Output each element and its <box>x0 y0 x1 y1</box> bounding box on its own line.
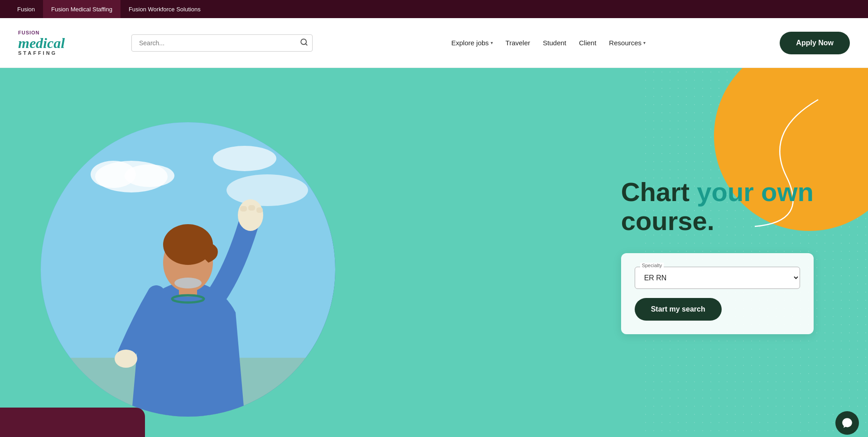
chat-button[interactable] <box>835 411 859 435</box>
top-bar-fusion-medical[interactable]: Fusion Medical Staffing <box>43 0 121 18</box>
nav-explore-jobs[interactable]: Explore jobs ▾ <box>446 35 498 50</box>
nav-student[interactable]: Student <box>537 35 572 50</box>
nav-traveler[interactable]: Traveler <box>500 35 535 50</box>
nav-student-label: Student <box>543 39 566 47</box>
specialty-wrapper: Specialty ER RN ICU RN OR RN L&D RN PICU… <box>635 267 800 289</box>
svg-point-7 <box>227 174 308 206</box>
svg-point-6 <box>213 146 276 171</box>
nurse-image-circle <box>41 122 335 417</box>
main-header: FUSION medical STAFFING Explore jobs ▾ T… <box>0 18 868 68</box>
apply-now-button[interactable]: Apply Now <box>780 32 850 54</box>
hero-title-dark2: course. <box>621 206 714 235</box>
nav-resources[interactable]: Resources ▾ <box>603 35 651 50</box>
nav-client-label: Client <box>579 39 596 47</box>
logo[interactable]: FUSION medical STAFFING <box>18 30 65 55</box>
nav-explore-jobs-label: Explore jobs <box>451 39 489 47</box>
bottom-maroon-strip <box>0 408 145 437</box>
hero-content: Chart your own course. Specialty ER RN I… <box>621 178 814 335</box>
svg-rect-16 <box>256 207 263 213</box>
logo-area[interactable]: FUSION medical STAFFING <box>18 30 118 55</box>
top-bar-fusion[interactable]: Fusion <box>9 0 43 18</box>
start-search-button[interactable]: Start my search <box>635 298 722 321</box>
svg-point-13 <box>238 199 263 231</box>
svg-rect-15 <box>248 205 255 211</box>
nav-client[interactable]: Client <box>574 35 602 50</box>
hero-title-highlight: your own <box>697 177 814 206</box>
main-navigation: Explore jobs ▾ Traveler Student Client R… <box>326 35 771 50</box>
nurse-illustration <box>41 122 335 417</box>
logo-medical-text: medical <box>18 36 65 50</box>
chevron-down-icon: ▾ <box>643 40 646 45</box>
search-card: Specialty ER RN ICU RN OR RN L&D RN PICU… <box>621 253 814 334</box>
nav-resources-label: Resources <box>609 39 641 47</box>
top-bar-fusion-workforce[interactable]: Fusion Workforce Solutions <box>121 0 209 18</box>
chevron-down-icon: ▾ <box>491 40 493 45</box>
nav-traveler-label: Traveler <box>506 39 530 47</box>
hero-title: Chart your own course. <box>621 178 814 235</box>
svg-point-17 <box>115 350 137 368</box>
search-icon[interactable] <box>300 38 308 48</box>
hero-section: Chart your own course. Specialty ER RN I… <box>0 68 868 437</box>
svg-line-1 <box>305 43 307 45</box>
logo-staffing-text: STAFFING <box>18 50 65 56</box>
svg-point-5 <box>125 164 174 187</box>
svg-rect-14 <box>240 206 247 211</box>
svg-point-18 <box>174 278 202 288</box>
search-input[interactable] <box>131 34 313 52</box>
top-navigation-bar: Fusion Fusion Medical Staffing Fusion Wo… <box>0 0 868 18</box>
specialty-select[interactable]: ER RN ICU RN OR RN L&D RN PICU RN Teleme… <box>635 267 800 289</box>
chat-icon <box>841 417 853 429</box>
hero-title-dark: Chart <box>621 177 697 206</box>
header-search-area[interactable] <box>131 34 313 52</box>
specialty-label: Specialty <box>640 263 664 268</box>
